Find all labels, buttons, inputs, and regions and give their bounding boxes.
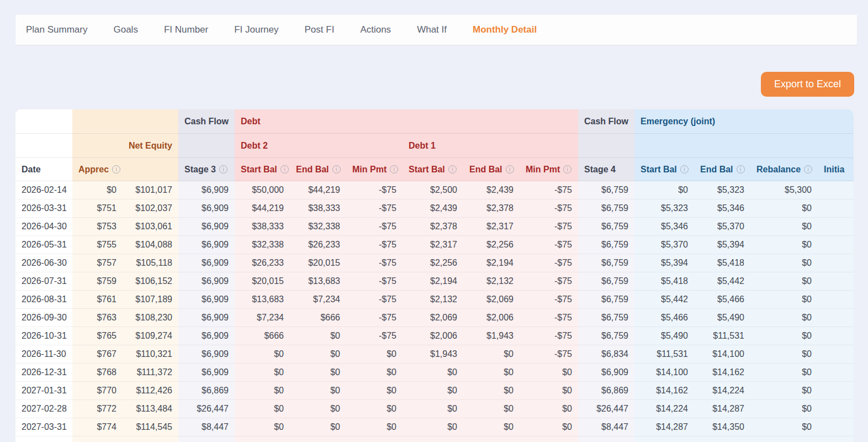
table-row: 2026-08-31$761$107,189$6,909$13,683$7,23… bbox=[15, 291, 854, 309]
net-equity-subgroup: Net Equity bbox=[72, 134, 178, 158]
value-cell: $6,759 bbox=[578, 218, 634, 236]
emergency-group: Emergency (joint) bbox=[634, 109, 854, 134]
value-cell: $666 bbox=[235, 327, 290, 345]
info-icon[interactable]: i bbox=[448, 165, 457, 173]
tab-plan-summary[interactable]: Plan Summary bbox=[26, 24, 87, 35]
value-cell: $5,442 bbox=[634, 291, 694, 309]
value-cell bbox=[235, 436, 290, 442]
info-icon[interactable]: i bbox=[804, 165, 812, 173]
value-cell: $5,490 bbox=[634, 327, 694, 345]
table-row: 2026-06-30$757$105,118$6,909$26,233$20,0… bbox=[15, 254, 854, 272]
info-icon[interactable]: i bbox=[390, 165, 398, 173]
value-cell: $666 bbox=[290, 309, 346, 327]
value-cell bbox=[818, 436, 854, 442]
value-cell: $6,759 bbox=[578, 236, 634, 254]
table-row: 2027-02-28$772$113,484$26,447$0$0$0$0$0$… bbox=[15, 400, 854, 418]
value-cell: $767 bbox=[72, 345, 123, 364]
value-cell: $32,338 bbox=[290, 218, 346, 236]
value-cell: $5,466 bbox=[634, 309, 694, 327]
column-header-debt2-start-bal: Start Bali bbox=[235, 158, 290, 181]
value-cell: $44,219 bbox=[290, 181, 346, 199]
value-cell: $5,346 bbox=[694, 199, 750, 218]
value-cell: $38,333 bbox=[235, 218, 290, 236]
info-icon[interactable]: i bbox=[506, 165, 514, 173]
tab-fi-journey[interactable]: FI Journey bbox=[234, 24, 278, 35]
value-cell bbox=[694, 436, 750, 442]
value-cell: $26,447 bbox=[178, 400, 235, 418]
value-cell: -$75 bbox=[346, 309, 403, 327]
info-icon[interactable]: i bbox=[680, 165, 689, 173]
value-cell: -$75 bbox=[520, 327, 578, 345]
value-cell: $6,909 bbox=[178, 272, 235, 291]
value-cell: $26,233 bbox=[290, 236, 346, 254]
value-cell bbox=[290, 436, 346, 442]
value-cell: -$75 bbox=[520, 272, 578, 291]
value-cell bbox=[818, 181, 854, 199]
value-cell: $114,545 bbox=[123, 418, 178, 436]
value-cell: $5,394 bbox=[694, 236, 750, 254]
value-cell: $20,015 bbox=[235, 272, 290, 291]
info-icon[interactable]: i bbox=[280, 165, 289, 173]
column-header-emergency-start-bal: Start Bali bbox=[634, 158, 694, 181]
tab-actions[interactable]: Actions bbox=[360, 24, 391, 35]
value-cell bbox=[346, 436, 403, 442]
export-to-excel-button[interactable]: Export to Excel bbox=[761, 72, 854, 97]
value-cell: $6,909 bbox=[178, 199, 235, 218]
header-spacer bbox=[578, 134, 634, 158]
value-cell: $6,909 bbox=[178, 254, 235, 272]
value-cell: $26,447 bbox=[578, 400, 634, 418]
value-cell: $5,300 bbox=[750, 181, 818, 199]
info-icon[interactable]: i bbox=[737, 165, 745, 173]
tab-fi-number[interactable]: FI Number bbox=[164, 24, 208, 35]
value-cell: $763 bbox=[72, 309, 123, 327]
value-cell bbox=[634, 436, 694, 442]
value-cell bbox=[818, 400, 854, 418]
info-icon[interactable]: i bbox=[563, 165, 571, 173]
value-cell: $6,759 bbox=[578, 309, 634, 327]
value-cell: $14,287 bbox=[694, 400, 750, 418]
value-cell: $7,234 bbox=[290, 291, 346, 309]
value-cell: $2,256 bbox=[463, 236, 520, 254]
value-cell bbox=[578, 436, 634, 442]
value-cell: $0 bbox=[463, 382, 520, 400]
value-cell bbox=[818, 382, 854, 400]
column-header-rebalance: Rebalancei bbox=[750, 158, 818, 181]
value-cell: $0 bbox=[290, 400, 346, 418]
value-cell: $2,006 bbox=[463, 309, 520, 327]
column-header-debt2-end-bal: End Bali bbox=[290, 158, 346, 181]
monthly-detail-table[interactable]: Cash Flow Debt Cash Flow Emergency (join… bbox=[15, 109, 854, 442]
value-cell: -$75 bbox=[520, 181, 578, 199]
value-cell: $5,442 bbox=[694, 272, 750, 291]
value-cell: $6,909 bbox=[178, 291, 235, 309]
value-cell: -$75 bbox=[520, 309, 578, 327]
monthly-detail-grid: Cash Flow Debt Cash Flow Emergency (join… bbox=[15, 109, 854, 442]
value-cell: $5,418 bbox=[694, 254, 750, 272]
value-cell: $6,909 bbox=[578, 364, 634, 382]
table-row: 2027-03-31$774$114,545$8,447$0$0$0$0$0$0… bbox=[15, 418, 854, 436]
value-cell: $0 bbox=[520, 382, 578, 400]
header-spacer bbox=[634, 134, 854, 158]
value-cell bbox=[818, 272, 854, 291]
column-header-debt1-end-bal: End Bali bbox=[463, 158, 520, 181]
value-cell bbox=[178, 436, 235, 442]
info-icon[interactable]: i bbox=[219, 165, 227, 173]
value-cell: $2,132 bbox=[463, 272, 520, 291]
info-icon[interactable]: i bbox=[332, 165, 341, 173]
value-cell: $14,287 bbox=[634, 418, 694, 436]
value-cell: $6,909 bbox=[178, 236, 235, 254]
value-cell: $0 bbox=[750, 309, 818, 327]
value-cell: $6,869 bbox=[178, 382, 235, 400]
value-cell: $6,909 bbox=[178, 364, 235, 382]
tab-goals[interactable]: Goals bbox=[113, 24, 137, 35]
tab-post-fi[interactable]: Post FI bbox=[305, 24, 335, 35]
tab-monthly-detail[interactable]: Monthly Detail bbox=[473, 24, 537, 35]
value-cell: $6,759 bbox=[578, 254, 634, 272]
tab-bar: Plan SummaryGoalsFI NumberFI JourneyPost… bbox=[15, 15, 857, 45]
column-header-label: Stage 4 bbox=[584, 165, 616, 174]
column-header-label: End Bal bbox=[469, 165, 502, 174]
column-header-debt1-min-pmt: Min Pmti bbox=[520, 158, 578, 181]
value-cell: $14,100 bbox=[694, 345, 750, 364]
tab-what-if[interactable]: What If bbox=[417, 24, 447, 35]
info-icon[interactable]: i bbox=[112, 165, 120, 173]
value-cell bbox=[463, 436, 520, 442]
